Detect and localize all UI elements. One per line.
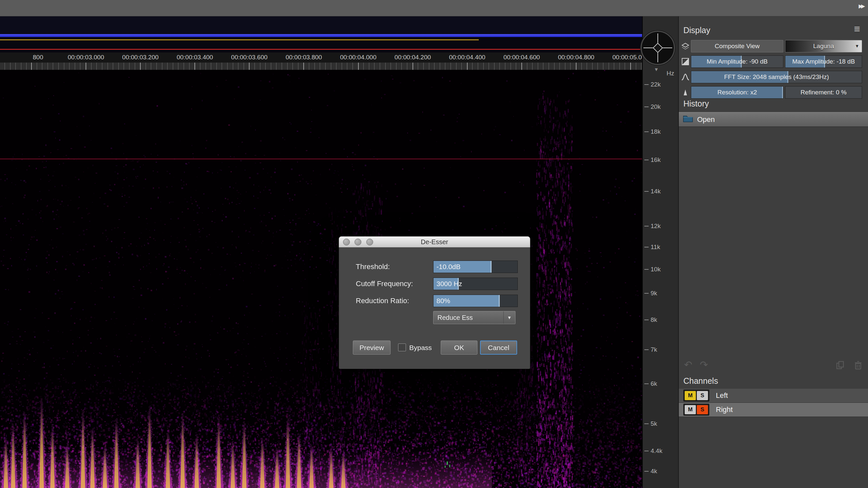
spectrogram[interactable] — [0, 70, 642, 488]
cutoff-frequency-label: Cutoff Frequency: — [356, 278, 413, 290]
top-bar: ▶▶ — [0, 0, 868, 17]
window-button[interactable] — [366, 238, 373, 246]
channel-label: Right — [716, 405, 733, 414]
bypass-checkbox[interactable] — [398, 344, 406, 351]
solo-button[interactable]: S — [697, 391, 708, 400]
window-button[interactable] — [354, 238, 361, 246]
time-tick-strip[interactable] — [0, 62, 642, 70]
cutoff-frequency-slider[interactable]: 3000 Hz — [433, 278, 518, 290]
time-label: 00:00:03.000 — [68, 53, 104, 62]
mute-solo-group: M S — [683, 390, 709, 401]
fft-size-label: FFT Size: 2048 samples (43ms/23Hz) — [691, 71, 862, 83]
refinement-label: Refinement: 0 % — [785, 87, 862, 98]
history-item-open[interactable]: Open — [679, 112, 868, 127]
colormap-label: Laguna — [785, 40, 862, 52]
reduction-ratio-value: 80% — [434, 295, 518, 307]
amplitude-range-icon — [680, 55, 690, 68]
window-button[interactable] — [343, 238, 350, 246]
freq-tick-label: 7k — [643, 346, 657, 354]
pan-wheel[interactable] — [641, 31, 675, 65]
freq-tick-label: 20k — [643, 103, 661, 111]
chevron-down-icon: ▼ — [503, 311, 515, 324]
time-label: 00:00:03.400 — [177, 53, 213, 62]
undo-icon[interactable]: ↶ — [684, 359, 692, 370]
history-item-label: Open — [697, 116, 715, 124]
mute-button[interactable]: M — [685, 405, 696, 414]
dialog-titlebar[interactable]: De-Esser — [339, 236, 530, 248]
freq-tick-label: 4k — [643, 467, 657, 476]
time-label: 00:00:03.200 — [122, 53, 159, 62]
time-label: 00:00:04.200 — [395, 53, 431, 62]
mute-button[interactable]: M — [685, 391, 696, 400]
time-label-partial: 800 — [33, 53, 43, 62]
overview-upper-band — [0, 17, 642, 34]
mute-solo-group: M S — [683, 404, 709, 416]
history-toolbar: ↶ ↷ — [679, 358, 868, 372]
reduction-ratio-label: Reduction Ratio: — [356, 295, 409, 307]
right-panel: Display ≡ Composite View Laguna ▼ Min Am… — [678, 17, 868, 488]
resolution-peak-icon — [680, 86, 690, 99]
colormap-select[interactable]: Laguna ▼ — [785, 40, 862, 53]
time-label: 00:00:04.800 — [558, 53, 594, 62]
ok-button[interactable]: OK — [441, 340, 477, 355]
trash-icon[interactable] — [854, 361, 862, 371]
threshold-value: -10.0dB — [434, 261, 518, 273]
threshold-slider[interactable]: -10.0dB — [433, 261, 518, 273]
redo-icon[interactable]: ↷ — [700, 359, 708, 370]
menu-icon[interactable]: ≡ — [854, 23, 860, 35]
copy-icon[interactable] — [836, 361, 844, 371]
de-esser-dialog: De-Esser Threshold: -10.0dB Cutoff Frequ… — [339, 236, 530, 369]
freq-tick-label: 11k — [643, 243, 660, 251]
freq-scale[interactable]: ▼ Hz 22k20k18k16k14k12k11k10k9k8k7k6k5k4… — [642, 17, 678, 488]
threshold-label: Threshold: — [356, 261, 390, 273]
time-ruler[interactable]: 800 00:00:03.00000:00:03.20000:00:03.400… — [0, 53, 642, 62]
reduction-ratio-slider[interactable]: 80% — [433, 295, 518, 307]
freq-unit-label: Hz — [666, 70, 674, 77]
cancel-button[interactable]: Cancel — [480, 340, 517, 355]
time-label: 00:00:04.600 — [503, 53, 540, 62]
max-amplitude-slider[interactable]: Max Amplitude: -18 dB — [785, 55, 862, 68]
resolution-slider[interactable]: Resolution: x2 — [691, 86, 783, 99]
freq-tick-label: 12k — [643, 222, 661, 230]
time-label: 00:00:03.800 — [286, 53, 322, 62]
frequency-marker-line — [0, 159, 642, 159]
bypass-label: Bypass — [409, 340, 432, 355]
channels-section-header: Channels — [683, 376, 718, 386]
fast-forward-icon[interactable]: ▶▶ — [859, 3, 863, 9]
channel-label: Left — [716, 391, 728, 400]
time-label: 00:00:04.000 — [340, 53, 376, 62]
freq-tick-label: 16k — [643, 156, 661, 164]
solo-button[interactable]: S — [697, 405, 708, 414]
freq-tick-label: 5k — [643, 420, 657, 428]
min-amplitude-slider[interactable]: Min Amplitude: -90 dB — [691, 55, 783, 68]
time-label: 00:00:04.400 — [449, 53, 485, 62]
freq-tick-label: 6k — [643, 380, 657, 388]
preview-button[interactable]: Preview — [353, 340, 391, 355]
fft-size-slider[interactable]: FFT Size: 2048 samples (43ms/23Hz) — [691, 71, 862, 83]
mode-select[interactable]: Reduce Ess ▼ — [433, 311, 516, 324]
pan-wheel-center-knob[interactable] — [653, 43, 663, 53]
freq-tick-label: 9k — [643, 289, 657, 298]
time-label: 00:00:05.000 — [613, 53, 642, 62]
freq-tick-label: 18k — [643, 128, 661, 136]
spectrogram-canvas[interactable] — [0, 70, 642, 488]
channel-row-left[interactable]: M S Left — [679, 389, 868, 403]
display-section-header: Display — [683, 26, 710, 35]
refinement-slider[interactable]: Refinement: 0 % — [785, 86, 862, 99]
composite-view-button[interactable]: Composite View — [691, 40, 783, 53]
channel-row-right[interactable]: M S Right — [679, 403, 868, 417]
fft-curve-icon — [680, 71, 690, 83]
chevron-down-icon: ▼ — [855, 40, 859, 52]
waveform-overview[interactable] — [0, 17, 642, 53]
overview-blue-line — [0, 34, 642, 37]
overview-yellow-line — [0, 39, 479, 40]
mode-select-value: Reduce Ess — [437, 314, 473, 321]
cutoff-frequency-value: 3000 Hz — [434, 278, 518, 290]
max-amplitude-label: Max Amplitude: -18 dB — [785, 56, 862, 67]
freq-tick-label: 14k — [643, 187, 661, 196]
freq-tick-label: 8k — [643, 316, 657, 324]
scale-caret-icon[interactable]: ▼ — [654, 67, 659, 72]
freq-tick-label: 22k — [643, 80, 661, 89]
history-section-header: History — [683, 99, 709, 108]
freq-tick-label: 4.4k — [643, 447, 662, 455]
